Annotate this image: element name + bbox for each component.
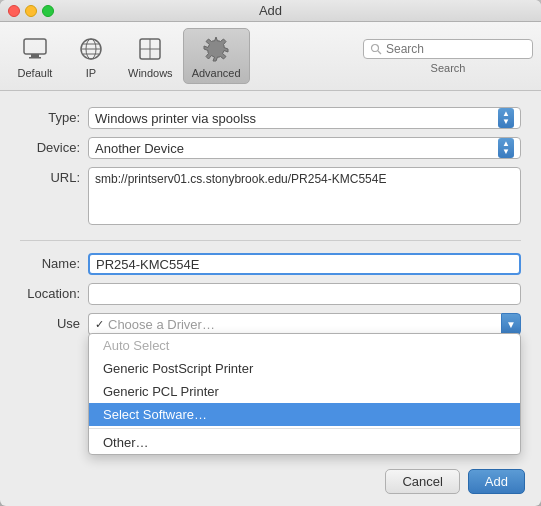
url-row: URL: smb://printserv01.cs.stonybrook.edu… [20, 167, 521, 228]
svg-line-13 [378, 51, 381, 54]
svg-point-12 [372, 44, 379, 51]
device-row: Device: Another Device ▲▼ [20, 137, 521, 159]
toolbar-button-advanced[interactable]: Advanced [183, 28, 250, 84]
device-select[interactable]: Another Device ▲▼ [88, 137, 521, 159]
device-value: Another Device [95, 141, 494, 156]
name-input[interactable] [88, 253, 521, 275]
type-label: Type: [20, 107, 80, 129]
bottom-bar: Cancel Add [0, 461, 541, 506]
dropdown-item-postscript[interactable]: Generic PostScript Printer [89, 357, 520, 380]
dropdown-item-other[interactable]: Other… [89, 431, 520, 454]
close-button[interactable] [8, 5, 20, 17]
svg-rect-2 [29, 57, 41, 59]
name-label: Name: [20, 253, 80, 275]
device-arrows: ▲▼ [498, 138, 514, 158]
dropdown-item-auto[interactable]: Auto Select [89, 334, 520, 357]
cancel-button[interactable]: Cancel [385, 469, 459, 494]
add-button[interactable]: Add [468, 469, 525, 494]
svg-rect-1 [31, 54, 39, 57]
location-input[interactable] [88, 283, 521, 305]
driver-select-arrow[interactable]: ▼ [501, 313, 521, 335]
url-control: smb://printserv01.cs.stonybrook.edu/PR25… [88, 167, 521, 228]
window: Add Default [0, 0, 541, 506]
maximize-button[interactable] [42, 5, 54, 17]
location-control [88, 283, 521, 305]
driver-select-left[interactable]: ✓ Choose a Driver… [88, 313, 501, 335]
main-content: Type: Windows printer via spoolss ▲▼ Dev… [0, 91, 541, 461]
traffic-lights [8, 5, 54, 17]
search-icon [370, 43, 382, 55]
device-control: Another Device ▲▼ [88, 137, 521, 159]
url-textarea[interactable]: smb://printserv01.cs.stonybrook.edu/PR25… [88, 167, 521, 225]
search-box: Search [363, 39, 533, 74]
toolbar: Default IP [0, 22, 541, 91]
monitor-icon [19, 33, 51, 65]
use-select-row: ✓ Choose a Driver… ▼ [88, 313, 521, 335]
type-row: Type: Windows printer via spoolss ▲▼ [20, 107, 521, 129]
driver-placeholder: Choose a Driver… [108, 317, 215, 332]
ip-icon [75, 33, 107, 65]
dropdown-menu: Auto Select Generic PostScript Printer G… [88, 333, 521, 455]
dropdown-item-pcl[interactable]: Generic PCL Printer [89, 380, 520, 403]
dropdown-item-software[interactable]: Select Software… [89, 403, 520, 426]
dropdown-divider [89, 428, 520, 429]
minimize-button[interactable] [25, 5, 37, 17]
toolbar-button-ip[interactable]: IP [64, 29, 118, 83]
location-label: Location: [20, 283, 80, 305]
type-value: Windows printer via spoolss [95, 111, 494, 126]
toolbar-button-default[interactable]: Default [8, 29, 62, 83]
ip-button-label: IP [86, 67, 96, 79]
windows-button-label: Windows [128, 67, 173, 79]
name-row: Name: [20, 253, 521, 275]
search-label: Search [431, 62, 466, 74]
search-input-wrap[interactable] [363, 39, 533, 59]
toolbar-button-windows[interactable]: Windows [120, 29, 181, 83]
default-button-label: Default [18, 67, 53, 79]
type-control: Windows printer via spoolss ▲▼ [88, 107, 521, 129]
titlebar: Add [0, 0, 541, 22]
use-control: ✓ Choose a Driver… ▼ Auto Select Generic… [88, 313, 521, 335]
location-row: Location: [20, 283, 521, 305]
type-arrows: ▲▼ [498, 108, 514, 128]
use-label: Use [20, 313, 80, 335]
advanced-button-label: Advanced [192, 67, 241, 79]
svg-rect-0 [24, 39, 46, 54]
name-control [88, 253, 521, 275]
checkmark-icon: ✓ [95, 318, 104, 331]
use-row: Use ✓ Choose a Driver… ▼ Auto Select Gen… [20, 313, 521, 335]
search-input[interactable] [386, 42, 526, 56]
device-label: Device: [20, 137, 80, 159]
gear-icon [200, 33, 232, 65]
window-title: Add [259, 3, 282, 18]
windows-icon [134, 33, 166, 65]
url-label: URL: [20, 167, 80, 189]
type-select[interactable]: Windows printer via spoolss ▲▼ [88, 107, 521, 129]
divider [20, 240, 521, 241]
